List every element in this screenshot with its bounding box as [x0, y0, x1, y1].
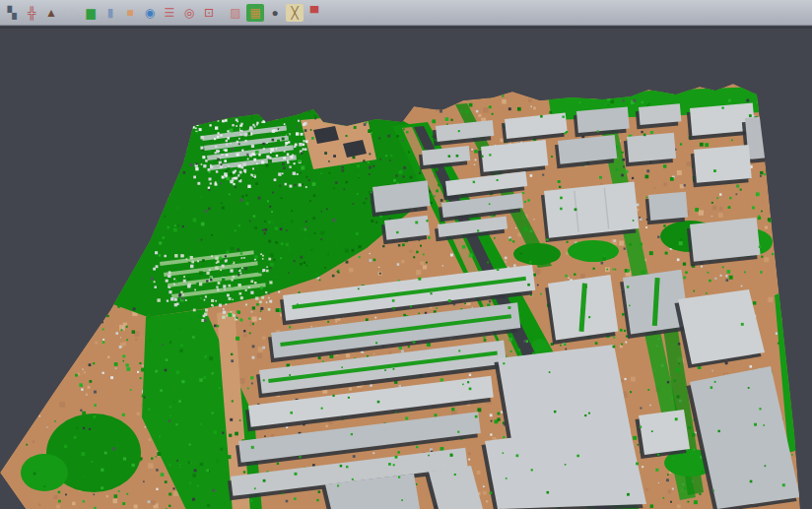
toolbar-separator [219, 4, 226, 22]
viewport-3d-scene[interactable] [0, 29, 812, 509]
terrain-icon: ▲ [45, 7, 57, 19]
building-roof [574, 106, 631, 137]
viewport-panel[interactable] [0, 27, 812, 509]
classification-map-icon-button[interactable]: ▦ [246, 4, 264, 22]
profile-ruler-icon: ▮ [107, 7, 114, 19]
camera-icon-button[interactable]: ● [266, 4, 284, 22]
globe-icon: ◉ [145, 7, 155, 19]
grid-points-icon: ∴ [67, 7, 75, 19]
building-roof [541, 181, 640, 242]
flag-tool-icon: ▀ [310, 7, 319, 19]
cross-section-icon-button[interactable]: ▨ [227, 4, 244, 22]
building-roof [624, 133, 677, 166]
vegetation-icon-button[interactable]: ▆ [82, 4, 100, 22]
terrain-mesh [0, 84, 804, 509]
terrain-icon-button[interactable]: ▲ [42, 4, 60, 22]
scatter-points-icon-button[interactable]: ╬ [23, 4, 40, 22]
clip-box-icon: ⊡ [204, 7, 214, 19]
building-roof [645, 192, 689, 225]
measure-cross-icon: ╳ [291, 7, 298, 19]
target-picker-icon: ◎ [184, 7, 194, 19]
attribute-table-icon-button[interactable]: ☰ [161, 4, 178, 22]
scatter-points-icon: ╬ [28, 7, 36, 19]
classification-map-icon: ▦ [249, 7, 260, 19]
cloud-slice-icon-button[interactable]: ▚ [3, 4, 21, 22]
globe-icon-button[interactable]: ◉ [141, 4, 159, 22]
cross-section-icon: ▨ [230, 7, 240, 19]
measure-cross-icon-button[interactable]: ╳ [286, 4, 304, 22]
building-roof [691, 145, 753, 187]
building-roof [687, 218, 761, 266]
dem-tile-icon: ■ [126, 7, 133, 19]
cloud-slice-icon: ▚ [7, 7, 16, 19]
attribute-table-icon: ☰ [165, 7, 175, 19]
dem-tile-icon-button[interactable]: ■ [121, 4, 139, 22]
grid-points-icon-button[interactable]: ∴ [62, 4, 80, 22]
building-roof [545, 275, 619, 345]
clip-box-icon-button[interactable]: ⊡ [200, 4, 218, 22]
profile-ruler-icon-button[interactable]: ▮ [102, 4, 119, 22]
application-window: ▚╬▲∴▆▮■◉☰◎⊡▨▦●╳▀ [0, 0, 812, 509]
camera-icon: ● [271, 7, 278, 19]
main-toolbar: ▚╬▲∴▆▮■◉☰◎⊡▨▦●╳▀ [0, 0, 812, 26]
flag-tool-icon-button[interactable]: ▀ [305, 4, 323, 22]
building-roof [636, 103, 682, 129]
vegetation-icon: ▆ [86, 7, 95, 19]
target-picker-icon-button[interactable]: ◎ [180, 4, 198, 22]
